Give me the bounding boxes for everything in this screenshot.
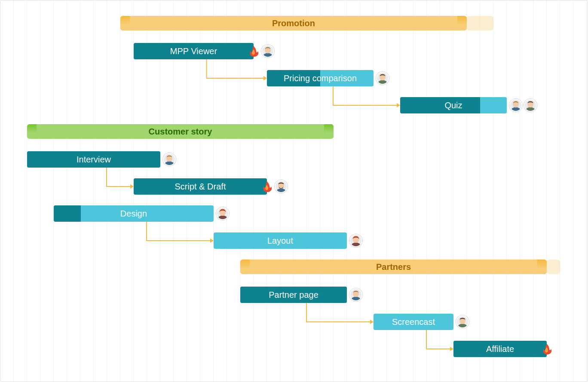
group-label: Customer story xyxy=(149,127,212,137)
group-trail xyxy=(547,260,560,274)
group-bar-g3[interactable]: Partners xyxy=(240,260,547,274)
task-bar-t6[interactable]: Design xyxy=(54,205,214,222)
assignee-avatar[interactable] xyxy=(509,99,522,112)
task-label: Quiz xyxy=(440,101,466,110)
assignee-avatar[interactable] xyxy=(349,288,362,301)
task-label: Screencast xyxy=(388,317,439,327)
task-bar-t9[interactable]: Screencast xyxy=(374,314,453,330)
task-label: Partner page xyxy=(264,290,323,300)
assignee-avatar[interactable] xyxy=(216,207,229,220)
task-bar-t3[interactable]: Quiz xyxy=(400,97,507,113)
task-label: Layout xyxy=(263,236,297,246)
task-bar-t8[interactable]: Partner page xyxy=(240,287,347,303)
assignee-avatar[interactable] xyxy=(456,315,469,328)
assignee-avatar[interactable] xyxy=(349,234,362,247)
group-bar-g2[interactable]: Customer story xyxy=(27,124,334,139)
task-label: MPP Viewer xyxy=(166,46,221,56)
assignee-avatar[interactable] xyxy=(163,153,176,166)
task-label: Design xyxy=(116,209,151,219)
assignee-avatar[interactable] xyxy=(275,180,288,193)
gantt-chart: PromotionCustomer storyPartnersMPP Viewe… xyxy=(0,0,588,382)
task-label: Interview xyxy=(72,155,115,165)
priority-flame-icon xyxy=(248,45,260,57)
task-bar-t1[interactable]: MPP Viewer xyxy=(134,43,254,59)
task-bar-t4[interactable]: Interview xyxy=(27,151,160,168)
group-trail xyxy=(467,16,493,31)
priority-flame-icon xyxy=(261,180,273,193)
task-label: Script & Draft xyxy=(171,182,230,192)
gantt-viewport: PromotionCustomer storyPartnersMPP Viewe… xyxy=(0,0,588,382)
task-label: Pricing comparison xyxy=(279,73,361,83)
task-label: Affiliate xyxy=(482,344,518,354)
task-bar-t10[interactable]: Affiliate xyxy=(453,341,547,357)
priority-flame-icon xyxy=(541,343,553,355)
assignee-avatar[interactable] xyxy=(376,72,389,85)
assignee-avatar[interactable] xyxy=(524,99,537,112)
task-bar-t2[interactable]: Pricing comparison xyxy=(267,70,374,86)
group-label: Partners xyxy=(376,262,411,272)
task-bar-t7[interactable]: Layout xyxy=(214,232,347,249)
task-bar-t5[interactable]: Script & Draft xyxy=(134,178,267,195)
group-bar-g1[interactable]: Promotion xyxy=(120,16,467,31)
group-label: Promotion xyxy=(272,18,315,28)
assignee-avatar[interactable] xyxy=(261,45,274,58)
